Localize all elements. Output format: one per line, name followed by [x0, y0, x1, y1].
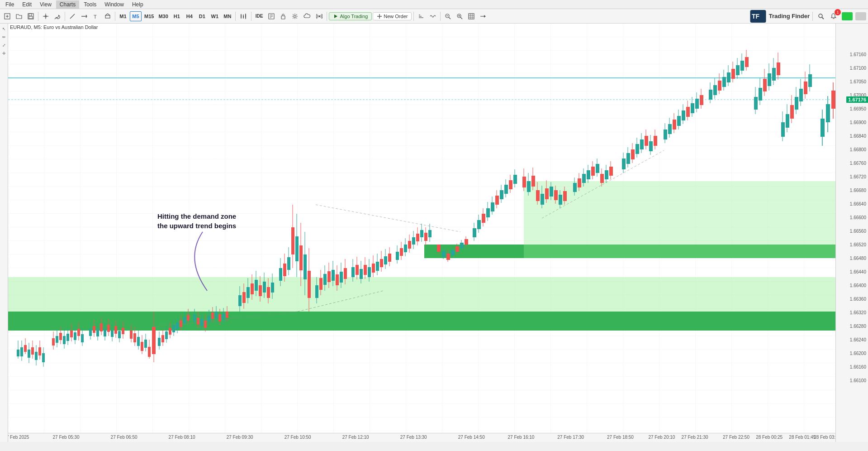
- svg-rect-20: [243, 16, 244, 18]
- pencil-tool[interactable]: ✏: [0, 34, 8, 41]
- algo-trading-btn[interactable]: Algo Trading: [329, 12, 372, 20]
- depth-btn[interactable]: [416, 11, 427, 22]
- svg-rect-355: [677, 116, 681, 126]
- svg-rect-145: [176, 322, 179, 329]
- tf-h4[interactable]: H4: [184, 11, 195, 21]
- shapes-btn[interactable]: [102, 11, 113, 22]
- tf-h1[interactable]: H1: [171, 11, 183, 21]
- current-price-badge: 1.67176: [846, 96, 868, 103]
- svg-rect-285: [495, 196, 499, 205]
- svg-rect-203: [304, 254, 307, 279]
- price-axis: 1.67160 1.67100 1.67050 1.67000 1.66950 …: [835, 24, 868, 442]
- svg-rect-161: [208, 316, 210, 322]
- svg-rect-167: [218, 314, 221, 321]
- svg-rect-315: [573, 183, 577, 192]
- lock-btn[interactable]: [278, 11, 289, 22]
- chart-type-btn[interactable]: [237, 11, 249, 22]
- price-label-6: 1.66840: [850, 134, 866, 139]
- tf-mn[interactable]: MN: [222, 11, 233, 21]
- cloud-btn[interactable]: [301, 11, 313, 22]
- svg-rect-149: [183, 317, 186, 323]
- svg-rect-91: [66, 334, 69, 341]
- svg-rect-97: [77, 329, 80, 336]
- menu-view[interactable]: View: [36, 0, 55, 9]
- search-btn[interactable]: [816, 11, 826, 22]
- hline-tool-btn[interactable]: [79, 11, 90, 22]
- svg-rect-67: [17, 350, 19, 356]
- price-label-20: 1.66280: [850, 324, 866, 329]
- svg-rect-301: [536, 190, 540, 201]
- svg-rect-307: [550, 187, 553, 197]
- svg-rect-79: [38, 347, 41, 355]
- svg-rect-165: [215, 312, 218, 318]
- svg-rect-345: [649, 141, 653, 151]
- zoom-in-btn[interactable]: [454, 11, 465, 22]
- svg-rect-281: [486, 208, 490, 217]
- svg-rect-175: [242, 292, 246, 303]
- svg-rect-235: [376, 262, 379, 271]
- menu-charts[interactable]: Charts: [56, 0, 79, 9]
- svg-rect-225: [356, 265, 359, 275]
- open-btn[interactable]: [14, 11, 24, 22]
- tf-m1[interactable]: M1: [117, 11, 129, 21]
- line-tool-btn[interactable]: [67, 11, 78, 22]
- crosshair-btn[interactable]: [40, 11, 51, 22]
- svg-rect-209: [319, 278, 323, 290]
- menu-window[interactable]: Window: [101, 0, 128, 9]
- template-btn[interactable]: [266, 11, 277, 22]
- zoom-btn[interactable]: [52, 11, 63, 22]
- svg-rect-155: [197, 318, 199, 325]
- svg-rect-93: [70, 331, 73, 337]
- sep8: [440, 12, 441, 21]
- crosshair-tool[interactable]: ✛: [0, 50, 8, 57]
- svg-rect-73: [28, 350, 30, 358]
- zoom-out-btn[interactable]: [442, 11, 453, 22]
- new-order-btn[interactable]: New Order: [373, 12, 412, 20]
- svg-rect-231: [368, 267, 371, 277]
- tf-w1[interactable]: W1: [209, 11, 221, 21]
- settings-btn[interactable]: [289, 11, 300, 22]
- grid-btn[interactable]: [466, 11, 477, 22]
- auto-scroll-btn[interactable]: [478, 11, 489, 22]
- svg-rect-197: [291, 227, 294, 254]
- tf-m30[interactable]: M30: [157, 11, 170, 21]
- price-label-13: 1.66560: [850, 229, 866, 234]
- menu-tools[interactable]: Tools: [80, 0, 100, 9]
- ide-btn[interactable]: IDE: [253, 11, 266, 22]
- svg-rect-193: [283, 264, 286, 276]
- svg-point-31: [294, 15, 296, 17]
- price-label-24: 1.66100: [850, 378, 866, 383]
- tf-m5[interactable]: M5: [130, 11, 142, 21]
- expand-tool[interactable]: ⤢: [0, 42, 8, 49]
- svg-rect-271: [460, 243, 464, 248]
- signals-btn[interactable]: [314, 11, 325, 22]
- svg-rect-143: [172, 325, 175, 332]
- text-tool-btn[interactable]: T: [90, 11, 101, 22]
- time-axis: 27 Feb 2025 27 Feb 05:30 27 Feb 06:50 27…: [8, 433, 835, 442]
- svg-rect-153: [193, 315, 196, 321]
- svg-rect-369: [713, 85, 717, 95]
- svg-rect-195: [287, 257, 290, 270]
- gray-indicator-btn[interactable]: [855, 12, 866, 20]
- svg-rect-121: [130, 331, 133, 339]
- menu-file[interactable]: File: [2, 0, 18, 9]
- green-indicator-btn[interactable]: [842, 12, 853, 20]
- tf-d1[interactable]: D1: [196, 11, 208, 21]
- tf-m15[interactable]: M15: [142, 11, 156, 21]
- svg-rect-377: [731, 69, 735, 79]
- menu-help[interactable]: Help: [128, 0, 147, 9]
- menu-edit[interactable]: Edit: [19, 0, 35, 9]
- chart-main[interactable]: EURAUD, M5: Euro vs Australian Dollar Hi…: [8, 24, 835, 442]
- time-label-11: 27 Feb 18:50: [607, 435, 634, 440]
- svg-rect-4: [29, 14, 32, 16]
- svg-rect-17: [241, 15, 242, 18]
- svg-rect-321: [587, 170, 590, 179]
- notification-btn[interactable]: 1: [828, 11, 839, 22]
- trading-finder-logo[interactable]: TF Trading Finder: [750, 10, 810, 23]
- wave-btn[interactable]: [427, 11, 438, 22]
- new-chart-btn[interactable]: [2, 11, 13, 22]
- svg-rect-151: [187, 315, 190, 321]
- svg-rect-191: [279, 268, 282, 281]
- save-btn[interactable]: [25, 11, 36, 22]
- cursor-tool[interactable]: ↖: [0, 25, 8, 33]
